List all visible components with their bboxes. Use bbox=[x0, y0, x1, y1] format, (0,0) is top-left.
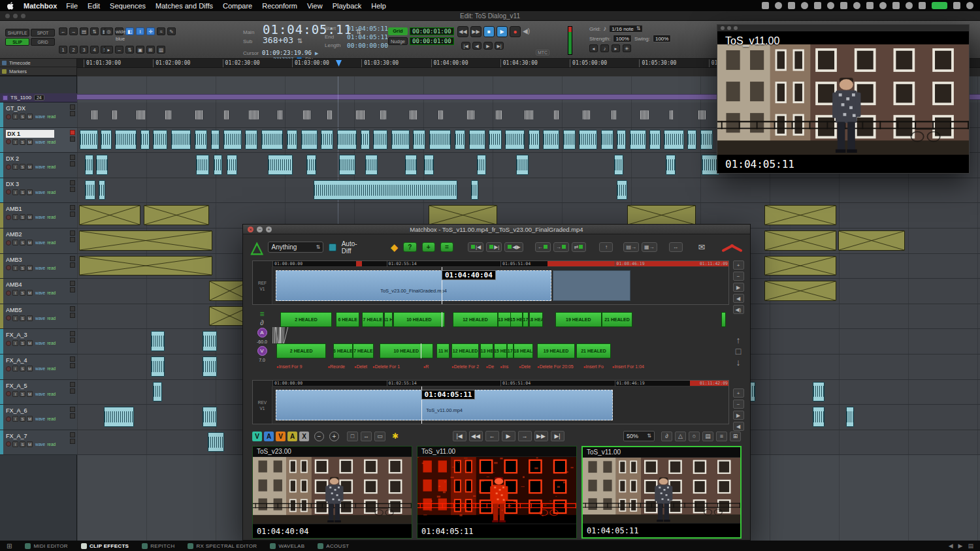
track-automation-mode[interactable]: read bbox=[47, 240, 56, 245]
audio-clip[interactable] bbox=[115, 130, 137, 150]
video-window-zoom-icon[interactable] bbox=[734, 26, 738, 30]
track-m-button[interactable]: M bbox=[27, 366, 33, 371]
rail-play-rev-button[interactable]: ▶ bbox=[733, 411, 744, 420]
audio-clip[interactable] bbox=[627, 205, 696, 225]
forward-button[interactable]: ▶ bbox=[483, 42, 493, 50]
track-i-button[interactable]: I bbox=[12, 290, 18, 296]
track-aux-button[interactable] bbox=[70, 338, 75, 343]
audio-clip[interactable] bbox=[429, 130, 451, 150]
audio-clip[interactable] bbox=[380, 110, 385, 119]
matchbox-window-controls[interactable]: × − + bbox=[248, 227, 272, 232]
menu-compare[interactable]: Compare bbox=[223, 2, 252, 10]
match-out-button[interactable]: ▶| bbox=[486, 242, 502, 252]
track-i-button[interactable]: I bbox=[12, 265, 18, 271]
length-value[interactable]: 00:00:00:00 bbox=[347, 42, 388, 49]
dock-grid-icon[interactable]: ⊞ bbox=[7, 543, 12, 550]
tiles-icon[interactable] bbox=[775, 2, 782, 9]
track-name[interactable]: DX 1 bbox=[6, 130, 54, 138]
audio-b-track-button[interactable]: A bbox=[287, 432, 297, 441]
track-automation-mode[interactable]: read bbox=[47, 392, 56, 396]
zoom-out-button[interactable]: − bbox=[314, 432, 324, 441]
audio-clip[interactable] bbox=[687, 130, 696, 150]
dock-layout-icon[interactable]: ▤ bbox=[968, 543, 973, 549]
zoom-preset-4[interactable]: 4 bbox=[90, 46, 99, 54]
audio-clip[interactable] bbox=[165, 110, 171, 119]
healed-block[interactable]: 10 HEALED bbox=[380, 343, 434, 358]
video-b-track-button[interactable]: V bbox=[276, 432, 286, 441]
mirror-midi-button[interactable]: ▥ bbox=[157, 46, 165, 54]
audio-clip[interactable] bbox=[227, 155, 237, 175]
audio-clip[interactable] bbox=[471, 180, 478, 200]
track-automation-mode[interactable]: read bbox=[47, 417, 56, 421]
menu-matches-and-diffs[interactable]: Matches and Diffs bbox=[155, 2, 213, 10]
dock-item-repitch[interactable]: REPITCH bbox=[142, 543, 174, 549]
menu-playback[interactable]: Playback bbox=[333, 2, 362, 10]
track-name[interactable]: DX 3 bbox=[6, 180, 54, 188]
track-automation-mode[interactable]: read bbox=[47, 140, 56, 144]
track-automation-mode[interactable]: read bbox=[47, 190, 56, 195]
track-view-selector[interactable]: wave bbox=[35, 366, 45, 371]
list-view-button[interactable]: ≡ bbox=[716, 432, 727, 441]
pt-titlebar[interactable]: Edit: ToS Dialog_v11 bbox=[0, 11, 980, 21]
track-automation-mode[interactable]: read bbox=[47, 114, 56, 119]
track-name[interactable]: AMB2 bbox=[6, 230, 54, 238]
audio-clip[interactable] bbox=[630, 130, 646, 150]
extend-right-button[interactable]: → bbox=[553, 242, 569, 252]
audio-clip[interactable] bbox=[365, 155, 378, 175]
audio-clip[interactable] bbox=[391, 130, 410, 150]
video-clip-unselected[interactable] bbox=[553, 270, 630, 301]
rail-play-ref-button[interactable]: ▶ bbox=[733, 283, 744, 292]
audio-clip[interactable] bbox=[196, 155, 208, 175]
rail-zoom-out-button[interactable]: − bbox=[733, 400, 744, 409]
add-match-button[interactable]: + bbox=[422, 242, 435, 252]
track-i-button[interactable]: I bbox=[12, 114, 18, 119]
track-s-button[interactable]: S bbox=[20, 240, 25, 245]
zoom-left-button[interactable]: ← bbox=[59, 27, 67, 35]
audio-clip[interactable] bbox=[700, 130, 713, 150]
mtc-indicator[interactable]: MTC bbox=[536, 50, 549, 55]
mode-slip-button[interactable]: SLIP bbox=[5, 38, 29, 46]
audio-clip[interactable] bbox=[505, 130, 525, 150]
dock-item-midi-editor[interactable]: MIDI EDITOR bbox=[25, 543, 68, 549]
healed-block[interactable]: 11 H bbox=[436, 343, 449, 358]
screen-badge-icon[interactable] bbox=[932, 2, 947, 9]
track-i-button[interactable]: I bbox=[12, 164, 18, 170]
shield-icon[interactable] bbox=[866, 2, 874, 9]
track-view-selector[interactable]: wave bbox=[35, 240, 45, 245]
track-view-selector[interactable]: wave bbox=[35, 266, 45, 270]
audio-clip[interactable] bbox=[268, 155, 293, 175]
output-speaker-icon[interactable]: ◀) bbox=[523, 27, 530, 35]
track-aux-button[interactable] bbox=[70, 111, 75, 116]
track-m-button[interactable]: M bbox=[27, 240, 33, 245]
audio-clip[interactable] bbox=[813, 407, 825, 427]
audio-clip[interactable] bbox=[303, 110, 310, 119]
fast-forward-button[interactable]: ▶▶ bbox=[470, 26, 482, 37]
apple-menu-icon[interactable] bbox=[7, 2, 14, 10]
audio-clip[interactable] bbox=[640, 110, 648, 119]
track-m-button[interactable]: M bbox=[27, 265, 33, 271]
track-aux-button[interactable] bbox=[70, 262, 75, 268]
link-edit-button[interactable]: ↔ bbox=[115, 46, 123, 54]
audio-clip[interactable] bbox=[666, 155, 676, 175]
track-automation-mode[interactable]: read bbox=[47, 316, 56, 321]
healed-block[interactable]: 19 HEALED bbox=[537, 343, 575, 358]
trim-tool[interactable]: wide blue bbox=[115, 27, 123, 35]
select-mode-button[interactable]: □ bbox=[347, 432, 358, 441]
audio-clip[interactable] bbox=[373, 130, 387, 150]
audio-clip[interactable] bbox=[211, 130, 220, 150]
audio-clip[interactable] bbox=[467, 110, 474, 119]
audio-clip[interactable] bbox=[698, 110, 706, 119]
ruler-row-markers[interactable]: Markers bbox=[0, 67, 76, 76]
audio-clip[interactable] bbox=[764, 205, 837, 225]
audio-clip[interactable] bbox=[85, 180, 95, 200]
audio-clip[interactable] bbox=[195, 110, 203, 119]
record-enable-button[interactable] bbox=[6, 366, 11, 371]
menu-file[interactable]: File bbox=[66, 2, 78, 10]
mail-report-icon[interactable]: ✉ bbox=[698, 242, 706, 252]
zoom-preset-1[interactable]: 1 bbox=[59, 46, 67, 54]
audio-clip[interactable] bbox=[846, 407, 853, 427]
track-name[interactable]: DX 2 bbox=[6, 155, 54, 163]
track-header-ts1100[interactable]: TS_1100 24 bbox=[0, 93, 77, 102]
revised-track-strip[interactable]: 01:00:00:0001:02:55:1401:05:51:0401:08:4… bbox=[252, 380, 729, 424]
audio-clip[interactable] bbox=[525, 110, 534, 119]
